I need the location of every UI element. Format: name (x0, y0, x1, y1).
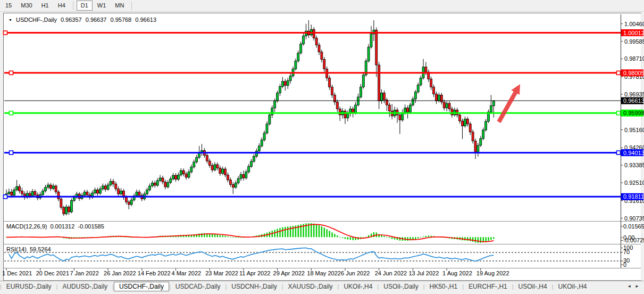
svg-text:0.91811: 0.91811 (623, 193, 644, 200)
svg-text:11 Apr 2022: 11 Apr 2022 (239, 270, 271, 276)
timeframe-button-d1[interactable]: D1 (77, 1, 93, 11)
open-value: 0.96357 (61, 17, 82, 23)
symbol-ohlc-readout: ▼ USDCHF-,Daily 0.96357 0.96637 0.95768 … (9, 17, 156, 23)
rsi-line (9, 248, 494, 262)
macd-axis-labels: 0.0156540.00-0.007259 (621, 223, 644, 244)
timeframe-button-15[interactable]: 15 (1, 1, 16, 11)
low-value: 0.95768 (110, 17, 131, 23)
status-strip (0, 291, 644, 294)
svg-text:7 Jan 2022: 7 Jan 2022 (70, 270, 98, 276)
svg-text:0: 0 (623, 262, 626, 268)
date-axis: 1 Dec 202120 Dec 20217 Jan 202226 Jan 20… (2, 268, 509, 276)
symbol-label: USDCHF-,Daily (16, 17, 57, 23)
chart-canvas[interactable]: 1.004600.995850.987100.978100.969350.951… (0, 0, 644, 294)
timeframe-button-w1[interactable]: W1 (93, 1, 111, 11)
hline-0.96613[interactable]: 0.96613 (4, 97, 644, 104)
tab-scroll-arrows: ◄► (627, 284, 644, 289)
timeframe-button-h1[interactable]: H1 (37, 1, 53, 11)
timeframe-button-mn[interactable]: MN (111, 1, 128, 11)
svg-text:1.00012: 1.00012 (623, 30, 644, 36)
high-value: 0.96637 (86, 17, 107, 23)
line-handle (4, 195, 7, 199)
line-handle (10, 111, 13, 115)
svg-text:1 Aug 2022: 1 Aug 2022 (442, 270, 472, 276)
svg-text:1 Dec 2021: 1 Dec 2021 (2, 270, 32, 276)
line-handle (617, 151, 621, 154)
timeframe-toolbar: 15M30H1H4D1W1MN (0, 0, 644, 12)
chart-tab-ukoil-h4[interactable]: UKOil-,H4 (339, 282, 377, 291)
chart-tab-usdcnh-daily[interactable]: USDCNH-,Daily (227, 282, 281, 291)
line-handle (617, 111, 621, 115)
chart-tab-ukoil-h4[interactable]: UKOil-,H4 (553, 282, 591, 291)
macd-main-value: 0.001312 (50, 223, 74, 230)
svg-text:0.95160: 0.95160 (624, 127, 644, 133)
chevron-down-icon[interactable]: ▼ (9, 18, 12, 22)
svg-text:29 Apr 2022: 29 Apr 2022 (273, 270, 305, 276)
chart-tab-usoil-daily[interactable]: USOil-,Daily (379, 282, 423, 291)
macd-name: MACD(12,26,9) (6, 223, 47, 230)
chart-tab-audusd-daily[interactable]: AUDUSD-,Daily (57, 282, 112, 291)
rsi-value: 59.5264 (30, 246, 51, 252)
svg-text:0.95998: 0.95998 (623, 110, 644, 116)
rsi-indicator-label: RSI(14) 59.5264 (6, 246, 51, 252)
svg-text:1.00460: 1.00460 (624, 21, 644, 27)
svg-text:4 Mar 2022: 4 Mar 2022 (172, 270, 202, 276)
toolbar-separator (73, 2, 73, 10)
svg-text:13 Jul 2022: 13 Jul 2022 (408, 270, 439, 276)
svg-text:0.98710: 0.98710 (624, 55, 644, 62)
svg-text:18 May 2022: 18 May 2022 (307, 270, 341, 276)
line-handle (617, 71, 621, 75)
hline-1.00012[interactable]: 1.00012 (4, 29, 644, 36)
svg-text:0.92510: 0.92510 (624, 179, 644, 186)
svg-text:6 Jun 2022: 6 Jun 2022 (341, 270, 370, 276)
svg-text:23 Mar 2022: 23 Mar 2022 (205, 270, 238, 276)
toolbar-separator (131, 2, 132, 10)
line-handle (10, 71, 13, 75)
chart-tabbar: |EURUSD-,Daily|AUDUSD-,Daily|USDCHF-,Dai… (0, 281, 644, 291)
macd-signal-value: -0.001585 (78, 223, 104, 230)
svg-text:14 Feb 2022: 14 Feb 2022 (138, 270, 171, 276)
svg-text:0.99585: 0.99585 (624, 38, 644, 45)
chart-tab-xauusd-daily[interactable]: XAUUSD-,Daily (283, 282, 338, 291)
svg-text:0.96935: 0.96935 (624, 91, 644, 97)
chart-tab-eurchf-h1[interactable]: EURCHF-,H1 (464, 282, 512, 291)
chart-tab-usoil-h4[interactable]: USOil-,H4 (514, 282, 552, 291)
svg-text:70: 70 (623, 249, 630, 255)
svg-text:0.96613: 0.96613 (623, 97, 644, 104)
svg-text:26 Jan 2022: 26 Jan 2022 (104, 270, 136, 276)
rsi-name: RSI(14) (6, 246, 27, 252)
tab-scroll-left-icon[interactable]: ◄ (627, 284, 631, 289)
rsi-axis-labels: 10070300 (621, 244, 633, 268)
svg-text:0.90735: 0.90735 (624, 215, 644, 222)
price-axis-ticks: 1.004600.995850.987100.978100.969350.951… (621, 21, 644, 222)
candlesticks (5, 20, 495, 216)
hline-0.91811[interactable]: 0.91811 (4, 193, 644, 200)
tab-scroll-right-icon[interactable]: ► (635, 284, 639, 289)
svg-text:0.98005: 0.98005 (623, 70, 644, 76)
chart-tab-hk50-h1[interactable]: HK50-,H1 (425, 282, 463, 291)
timeframe-button-m30[interactable]: M30 (16, 1, 36, 11)
svg-text:0.93385: 0.93385 (624, 162, 644, 168)
svg-text:24 Jun 2022: 24 Jun 2022 (375, 270, 407, 276)
svg-text:0.015654: 0.015654 (623, 223, 644, 230)
line-handle (10, 151, 13, 154)
close-value: 0.96613 (135, 17, 156, 23)
svg-text:-0.007259: -0.007259 (623, 237, 644, 243)
macd-indicator-label: MACD(12,26,9) 0.001312 -0.001585 (6, 223, 104, 230)
hline-0.94013[interactable]: 0.94013 (4, 149, 644, 156)
chart-tab-usdcad-daily[interactable]: USDCAD-,Daily (171, 282, 225, 291)
chart-tab-eurusd-daily[interactable]: EURUSD-,Daily (2, 282, 56, 291)
chart-tab-usdchf-daily[interactable]: USDCHF-,Daily (114, 282, 169, 291)
svg-text:19 Aug 2022: 19 Aug 2022 (476, 270, 509, 276)
svg-text:0.94013: 0.94013 (623, 150, 644, 156)
trend-arrow-annotation[interactable] (499, 84, 520, 122)
svg-text:20 Dec 2021: 20 Dec 2021 (36, 270, 69, 276)
line-handle (4, 31, 7, 35)
timeframe-button-h4[interactable]: H4 (54, 1, 70, 11)
hline-0.95998[interactable]: 0.95998 (4, 110, 644, 117)
